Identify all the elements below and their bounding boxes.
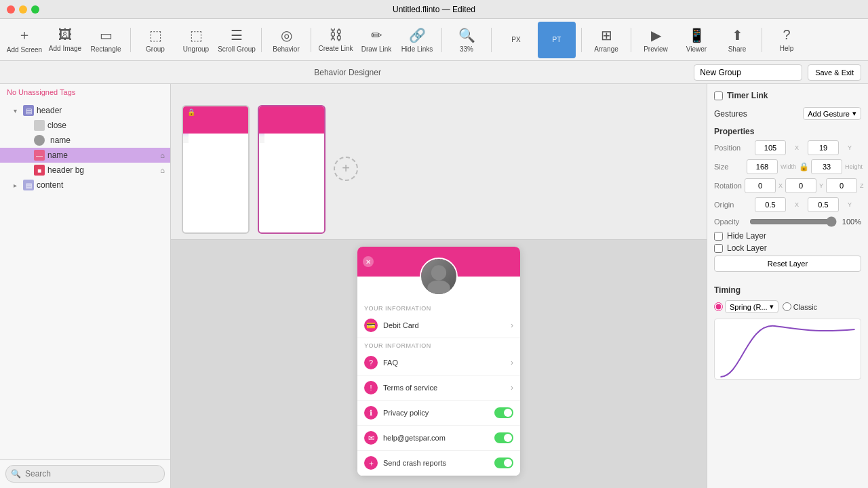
thumb-list xyxy=(183,132,189,144)
create-link-label: Create Link xyxy=(318,45,353,52)
draw-link-button[interactable]: ✏ Draw Link xyxy=(357,22,395,58)
viewer-button[interactable]: 📱 Viewer xyxy=(677,22,715,58)
draw-link-label: Draw Link xyxy=(361,45,391,53)
layer-header[interactable]: ▾ ▤ header xyxy=(0,103,170,118)
rectangle-label: Rectangle xyxy=(90,45,121,53)
position-x-input[interactable] xyxy=(755,140,786,155)
rectangle-button[interactable]: ▭ Rectangle xyxy=(87,22,125,58)
rotation-z-input[interactable] xyxy=(826,178,857,193)
zoom-button[interactable]: 🔍 33% xyxy=(448,22,486,58)
arrange-icon: ⊞ xyxy=(601,27,612,43)
divider-8 xyxy=(762,28,762,52)
properties-section: Properties Position X Y Size Width 🔒 Hei… xyxy=(714,127,861,276)
create-link-button[interactable]: ⛓ Create Link xyxy=(317,22,355,58)
divider-7 xyxy=(631,28,631,52)
origin-y-input[interactable] xyxy=(808,197,839,212)
add-gesture-select[interactable]: Add Gesture ▾ xyxy=(803,107,861,120)
email-icon: ✉ xyxy=(364,431,378,445)
reset-layer-button[interactable]: Reset Layer xyxy=(714,256,861,272)
layer-icon xyxy=(34,120,45,131)
lock-layer-checkbox[interactable] xyxy=(714,244,723,253)
new-group-input[interactable] xyxy=(694,64,802,81)
behavior-icon: ◎ xyxy=(281,27,292,43)
menu-item-faq[interactable]: ? FAQ › xyxy=(357,350,520,375)
add-screen-plus-button[interactable]: + xyxy=(334,157,358,181)
scroll-group-button[interactable]: ☰ Scroll Group xyxy=(218,22,256,58)
screen-initial[interactable]: Initial 🔒 xyxy=(182,105,250,234)
rotation-row: Rotation X Y Z xyxy=(714,178,861,193)
crash-toggle[interactable] xyxy=(494,458,513,468)
screen-collapsed[interactable]: Collapsed xyxy=(258,105,326,234)
zoom-icon: 🔍 xyxy=(458,27,475,43)
traffic-lights xyxy=(7,5,39,14)
menu-item-debit[interactable]: 💳 Debit Card › xyxy=(357,313,520,338)
position-row: Position X Y xyxy=(714,140,861,155)
layer-headerbg[interactable]: ■ header bg ⌂ xyxy=(0,163,170,178)
divider-1 xyxy=(130,28,131,52)
opacity-slider[interactable] xyxy=(749,216,837,227)
privacy-toggle[interactable] xyxy=(494,407,513,418)
close-window-button[interactable] xyxy=(7,5,15,14)
behavior-button[interactable]: ◎ Behavior xyxy=(267,22,305,58)
help-button[interactable]: ? Help xyxy=(768,22,806,58)
size-height-input[interactable] xyxy=(811,159,842,174)
rotation-y-input[interactable] xyxy=(785,178,816,193)
privacy-label: Privacy policy xyxy=(383,409,489,417)
preview-button[interactable]: ▶ Preview xyxy=(637,22,675,58)
timer-link-checkbox[interactable] xyxy=(714,92,723,100)
classic-radio[interactable]: Classic xyxy=(783,302,817,311)
chevron-down-icon: ▾ xyxy=(14,107,20,115)
right-panel: Timer Link Gestures Add Gesture ▾ Proper… xyxy=(707,84,868,488)
spring-select[interactable]: Spring (R... ▾ xyxy=(725,300,778,313)
add-screen-button[interactable]: ＋ Add Screen xyxy=(5,22,43,58)
menu-item-tos[interactable]: ! Terms of service › xyxy=(357,375,520,401)
timing-section: Timing Spring (R... ▾ Classic xyxy=(714,285,861,380)
titlebar: Untitled.flinto — Edited xyxy=(0,0,868,19)
add-gesture-label: Add Gesture xyxy=(808,110,850,118)
layer-name2[interactable]: — name ⌂ xyxy=(0,148,170,163)
arrange-button[interactable]: ⊞ Arrange xyxy=(587,22,625,58)
spring-radio[interactable]: Spring (R... ▾ xyxy=(714,300,778,313)
email-toggle[interactable] xyxy=(494,432,513,443)
position-y-input[interactable] xyxy=(808,140,839,155)
group-icon-layer: ▤ xyxy=(23,180,34,190)
width-label: Width xyxy=(781,163,796,170)
hide-links-button[interactable]: 🔗 Hide Links xyxy=(398,22,436,58)
divider-2 xyxy=(261,28,262,52)
search-input[interactable] xyxy=(5,465,165,483)
add-image-button[interactable]: 🖼 Add Image xyxy=(46,22,84,58)
layer-close[interactable]: close xyxy=(0,118,170,133)
fullscreen-window-button[interactable] xyxy=(31,5,39,14)
menu-item-email[interactable]: ✉ help@getspar.com xyxy=(357,426,520,451)
search-bar: 🔍 xyxy=(0,459,170,488)
avatar-image xyxy=(421,259,456,294)
group-button[interactable]: ⬚ Group xyxy=(136,22,174,58)
position-label: Position xyxy=(714,144,752,152)
layer-content[interactable]: ▸ ▤ content xyxy=(0,178,170,192)
preview-label: Preview xyxy=(644,45,668,53)
screen-collapsed-content xyxy=(259,106,324,143)
menu-item-crash[interactable]: ＋ Send crash reports xyxy=(357,451,520,476)
minimize-window-button[interactable] xyxy=(19,5,27,14)
spring-radio-input[interactable] xyxy=(714,302,723,311)
timing-options: Spring (R... ▾ Classic xyxy=(714,300,861,313)
classic-radio-input[interactable] xyxy=(783,302,791,311)
phone-avatar xyxy=(420,258,458,296)
lock-layer-label: Lock Layer xyxy=(727,243,767,253)
save-exit-button[interactable]: Save & Exit xyxy=(808,64,861,81)
lock-size-icon[interactable]: 🔒 xyxy=(799,162,808,171)
hide-layer-checkbox[interactable] xyxy=(714,232,723,241)
origin-x-input[interactable] xyxy=(755,197,786,212)
units-px-button[interactable]: PX xyxy=(497,22,535,58)
menu-item-privacy[interactable]: ℹ Privacy policy xyxy=(357,401,520,426)
size-width-input[interactable] xyxy=(747,159,778,174)
layer-name1[interactable]: name xyxy=(0,133,170,148)
tos-icon: ! xyxy=(364,381,378,394)
units-pt-button[interactable]: PT xyxy=(538,22,576,58)
ungroup-button[interactable]: ⬚ Ungroup xyxy=(177,22,215,58)
properties-title: Properties xyxy=(714,127,861,136)
screen-collapsed-wrapper: Collapsed xyxy=(258,90,326,234)
timing-title: Timing xyxy=(714,285,861,295)
share-button[interactable]: ⬆ Share xyxy=(718,22,756,58)
rotation-x-input[interactable] xyxy=(745,178,776,193)
